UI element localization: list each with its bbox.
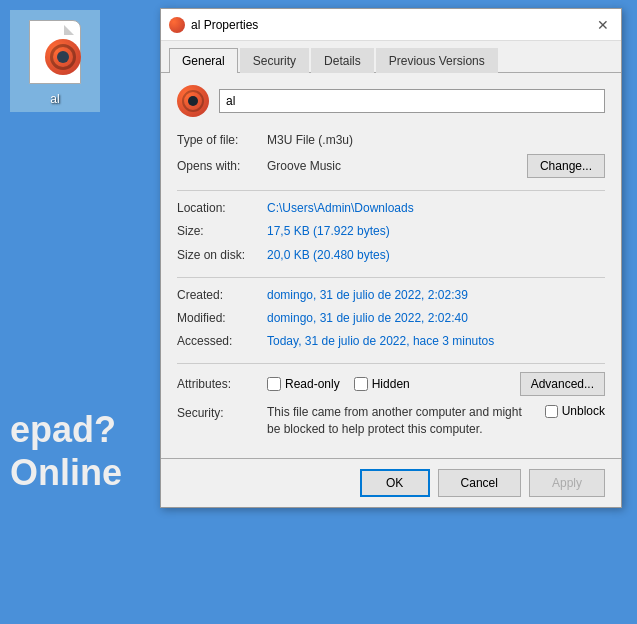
type-value: M3U File (.m3u)	[267, 131, 605, 150]
file-icon-image	[23, 16, 87, 88]
bg-text-line1: epad?	[10, 408, 122, 451]
hidden-checkbox[interactable]	[354, 377, 368, 391]
tab-previous-versions[interactable]: Previous Versions	[376, 48, 498, 73]
modified-value: domingo, 31 de julio de 2022, 2:02:40	[267, 309, 605, 328]
location-label: Location:	[177, 199, 267, 218]
background-text: epad? Online	[0, 398, 132, 504]
bg-text-line2: Online	[10, 451, 122, 494]
unblock-checkbox[interactable]	[545, 405, 558, 418]
file-name-row	[177, 85, 605, 117]
size-value: 17,5 KB (17.922 bytes)	[267, 222, 605, 241]
modified-row: Modified: domingo, 31 de julio de 2022, …	[177, 309, 605, 328]
opens-with-label: Opens with:	[177, 159, 267, 173]
tabs-bar: General Security Details Previous Versio…	[161, 41, 621, 73]
created-label: Created:	[177, 286, 267, 305]
accessed-value: Today, 31 de julio de 2022, hace 3 minut…	[267, 332, 605, 351]
location-section: Location: C:\Users\Admin\Downloads Size:…	[177, 199, 605, 265]
tab-security[interactable]: Security	[240, 48, 309, 73]
separator-3	[177, 363, 605, 364]
security-content: This file came from another computer and…	[267, 404, 605, 438]
unblock-label: Unblock	[562, 404, 605, 418]
readonly-checkbox[interactable]	[267, 377, 281, 391]
dates-section: Created: domingo, 31 de julio de 2022, 2…	[177, 286, 605, 352]
created-value: domingo, 31 de julio de 2022, 2:02:39	[267, 286, 605, 305]
separator-2	[177, 277, 605, 278]
type-label: Type of file:	[177, 131, 267, 150]
change-button[interactable]: Change...	[527, 154, 605, 178]
attributes-label: Attributes:	[177, 377, 267, 391]
readonly-checkbox-item: Read-only	[267, 377, 340, 391]
desktop-icon-label: al	[14, 92, 96, 106]
file-icon-body	[29, 20, 81, 84]
title-bar: al Properties ✕	[161, 9, 621, 41]
file-icon-music	[45, 39, 81, 75]
readonly-label: Read-only	[285, 377, 340, 391]
accessed-label: Accessed:	[177, 332, 267, 351]
hidden-checkbox-item: Hidden	[354, 377, 410, 391]
dialog-title-icon	[169, 17, 185, 33]
dialog-content: Type of file: M3U File (.m3u) Opens with…	[161, 73, 621, 458]
tab-general[interactable]: General	[169, 48, 238, 73]
size-row: Size: 17,5 KB (17.922 bytes)	[177, 222, 605, 241]
attributes-row: Attributes: Read-only Hidden Advanced...	[177, 372, 605, 396]
dialog-footer: OK Cancel Apply	[161, 458, 621, 507]
hidden-label: Hidden	[372, 377, 410, 391]
type-row: Type of file: M3U File (.m3u)	[177, 131, 605, 150]
desktop-file-icon[interactable]: al	[10, 10, 100, 112]
advanced-button[interactable]: Advanced...	[520, 372, 605, 396]
separator-1	[177, 190, 605, 191]
modified-label: Modified:	[177, 309, 267, 328]
ok-button[interactable]: OK	[360, 469, 430, 497]
checkbox-group: Read-only Hidden	[267, 377, 520, 391]
tab-details[interactable]: Details	[311, 48, 374, 73]
security-row: Security: This file came from another co…	[177, 404, 605, 438]
security-text: This file came from another computer and…	[267, 404, 535, 438]
type-section: Type of file: M3U File (.m3u) Opens with…	[177, 131, 605, 178]
location-value: C:\Users\Admin\Downloads	[267, 199, 605, 218]
size-on-disk-label: Size on disk:	[177, 246, 267, 265]
accessed-row: Accessed: Today, 31 de julio de 2022, ha…	[177, 332, 605, 351]
location-row: Location: C:\Users\Admin\Downloads	[177, 199, 605, 218]
unblock-item: Unblock	[545, 404, 605, 418]
security-label: Security:	[177, 404, 267, 420]
apply-button[interactable]: Apply	[529, 469, 605, 497]
dialog-title: al Properties	[191, 18, 258, 32]
desktop: al epad? Online al Properties ✕ General …	[0, 0, 637, 624]
size-on-disk-row: Size on disk: 20,0 KB (20.480 bytes)	[177, 246, 605, 265]
size-label: Size:	[177, 222, 267, 241]
size-on-disk-value: 20,0 KB (20.480 bytes)	[267, 246, 605, 265]
created-row: Created: domingo, 31 de julio de 2022, 2…	[177, 286, 605, 305]
opens-with-row: Opens with: Groove Music Change...	[177, 154, 605, 178]
file-icon-corner	[64, 25, 74, 35]
file-thumbnail	[177, 85, 209, 117]
properties-dialog: al Properties ✕ General Security Details…	[160, 8, 622, 508]
opens-with-value: Groove Music	[267, 159, 527, 173]
title-bar-left: al Properties	[169, 17, 258, 33]
file-name-input[interactable]	[219, 89, 605, 113]
close-button[interactable]: ✕	[593, 15, 613, 35]
cancel-button[interactable]: Cancel	[438, 469, 521, 497]
